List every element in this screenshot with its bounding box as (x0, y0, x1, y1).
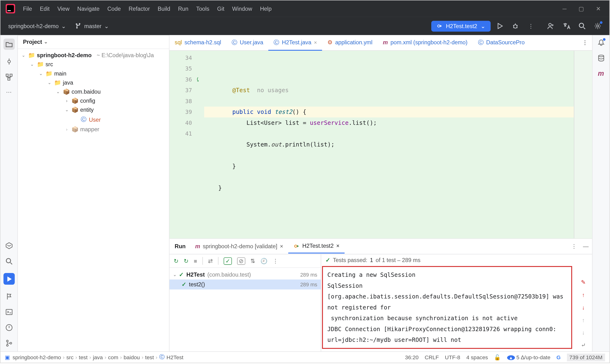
build-tool-icon[interactable] (5, 293, 13, 300)
project-tool-icon[interactable] (3, 39, 14, 50)
window-minimize-icon[interactable]: ─ (563, 5, 567, 12)
indent-settings[interactable]: 4 spaces (466, 354, 488, 360)
show-ignored-icon[interactable]: ⊘ (237, 257, 246, 265)
editor-tabs: sqlschema-h2.sqlⒸUser.javaⒸH2Test.java×⚙… (169, 35, 592, 51)
svg-rect-1 (7, 5, 14, 12)
run-tab-test[interactable]: H2Test.test2× (288, 239, 345, 253)
close-icon[interactable]: × (314, 39, 317, 45)
edit-icon[interactable]: ✎ (581, 279, 586, 286)
analysis-status[interactable]: ▲ 5 ∆/up-to-date (507, 354, 550, 360)
svg-rect-2 (8, 10, 11, 11)
google-icon[interactable]: G (556, 354, 561, 360)
breadcrumbs[interactable]: springboot-h2-demo › src › test › java ›… (13, 353, 183, 361)
show-passed-icon[interactable]: ✓ (223, 257, 232, 265)
menu-run[interactable]: Run (175, 4, 192, 13)
editor-tab[interactable]: ⒸUser.java (226, 35, 269, 50)
menu-tools[interactable]: Tools (193, 4, 213, 13)
module-icon: ▣ (5, 354, 10, 360)
toggle-auto-icon[interactable]: ⇄ (208, 258, 213, 264)
code-editor[interactable]: 3435363738394041 ⤹ @Test no usages publi… (169, 51, 592, 238)
settings-icon[interactable] (594, 22, 602, 30)
terminal-tool-icon[interactable] (5, 308, 13, 316)
test-results-tree[interactable]: ⌄ ✓ H2Test (com.baidou.test) 289 ms ✓ te… (169, 268, 321, 351)
scroll-up-icon[interactable]: ↑ (582, 317, 585, 323)
commit-tool-icon[interactable] (5, 58, 13, 65)
scroll-down-icon[interactable]: ↓ (582, 329, 585, 336)
more-icon[interactable]: ⋮ (273, 258, 278, 264)
editor-minimap[interactable] (574, 51, 592, 238)
history-icon[interactable]: 🕘 (260, 258, 267, 264)
menu-edit[interactable]: Edit (37, 4, 53, 13)
app-logo-icon (6, 4, 15, 13)
window-maximize-icon[interactable]: ▢ (579, 5, 584, 12)
navigation-bar: springboot-h2-demo ⌄ master ⌄ H2Test.tes… (0, 17, 610, 35)
debug-button[interactable] (509, 20, 522, 33)
readonly-icon[interactable]: 🔓 (494, 354, 501, 360)
test-status-bar: ✓ Tests passed: 1 of 1 test – 289 ms (321, 254, 592, 266)
run-configuration-selector[interactable]: H2Test.test2 ⌄ (431, 21, 491, 31)
menu-refactor[interactable]: Refactor (125, 4, 153, 13)
chevron-down-icon: ⌄ (61, 23, 66, 29)
window-close-icon[interactable]: ✕ (596, 5, 601, 12)
menu-file[interactable]: File (20, 4, 36, 13)
more-tools-icon[interactable]: ⋯ (6, 89, 12, 95)
chevron-down-icon: ⌄ (480, 23, 485, 29)
down-arrow-icon[interactable]: ↓ (582, 304, 585, 311)
soft-wrap-icon[interactable]: ⤶ (581, 342, 586, 348)
maven-tool-icon[interactable]: m (598, 70, 604, 78)
rerun-failed-icon[interactable]: ↻ (184, 258, 188, 264)
menu-code[interactable]: Code (104, 4, 124, 13)
git-branch-selector[interactable]: master ⌄ (72, 21, 113, 31)
line-separator[interactable]: CRLF (425, 354, 439, 360)
file-encoding[interactable]: UTF-8 (445, 354, 460, 360)
menu-help[interactable]: Help (257, 4, 275, 13)
git-tool-icon[interactable] (5, 339, 13, 347)
console-output[interactable]: Creating a new SqlSession SqlSession [or… (322, 266, 572, 349)
close-icon[interactable]: × (336, 243, 339, 249)
find-tool-icon[interactable] (5, 258, 13, 265)
editor-tab[interactable]: mpom.xml (springboot-h2-demo) (378, 36, 473, 50)
sort-icon[interactable]: ⇅ (250, 258, 255, 264)
problems-tool-icon[interactable] (5, 324, 13, 332)
notifications-icon[interactable] (597, 39, 605, 46)
menu-navigate[interactable]: Navigate (74, 4, 103, 13)
editor-tab[interactable]: ⚙application.yml (322, 36, 378, 50)
chevron-down-icon[interactable]: ⌄ (44, 39, 48, 45)
rerun-icon[interactable]: ↻ (174, 258, 179, 264)
project-selector[interactable]: springboot-h2-demo ⌄ (5, 21, 70, 31)
editor-tab[interactable]: sqlschema-h2.sql (169, 36, 226, 50)
close-icon[interactable]: × (280, 243, 283, 249)
run-tab-validate[interactable]: mspringboot-h2-demo [validate]× (190, 240, 288, 253)
search-icon[interactable] (578, 22, 586, 30)
editor-tab[interactable]: ⒸH2Test.java× (269, 35, 322, 50)
services-tool-icon[interactable] (5, 242, 13, 250)
menu-git[interactable]: Git (214, 4, 228, 13)
svg-point-18 (295, 245, 297, 247)
right-tool-rail: m (592, 35, 610, 351)
structure-tool-icon[interactable] (5, 73, 13, 81)
tabs-more-icon[interactable]: ⋮ (578, 39, 592, 46)
run-options-icon[interactable]: ⋮ (571, 243, 577, 249)
run-button[interactable] (493, 20, 506, 33)
left-tool-rail: ⋯ (0, 35, 18, 351)
vcs-marker-icon[interactable]: ⤹ (195, 74, 204, 85)
project-tree[interactable]: ⌄📁springboot-h2-demo ~ E:\Code\java-blog… (18, 49, 169, 351)
svg-rect-11 (8, 78, 10, 80)
translate-icon[interactable] (563, 22, 571, 30)
project-panel-title: Project (23, 39, 42, 45)
menu-window[interactable]: Window (229, 4, 256, 13)
test-method-row[interactable]: ✓ test2() 289 ms (169, 279, 321, 289)
menu-build[interactable]: Build (154, 4, 174, 13)
hide-panel-icon[interactable]: — (583, 243, 589, 249)
menu-view[interactable]: View (54, 4, 73, 13)
stop-icon[interactable]: ■ (194, 258, 197, 264)
memory-indicator[interactable]: 739 of 1024M (567, 353, 605, 361)
more-actions-button[interactable]: ⋮ (524, 20, 538, 33)
up-arrow-icon[interactable]: ↑ (582, 292, 585, 298)
editor-tab[interactable]: ⒸDataSourcePro (473, 35, 530, 50)
code-with-me-icon[interactable] (547, 22, 555, 30)
database-tool-icon[interactable] (597, 54, 605, 62)
test-class-row[interactable]: ⌄ ✓ H2Test (com.baidou.test) 289 ms (169, 269, 321, 279)
caret-position[interactable]: 36:20 (405, 354, 419, 360)
run-tool-icon[interactable] (3, 273, 14, 285)
